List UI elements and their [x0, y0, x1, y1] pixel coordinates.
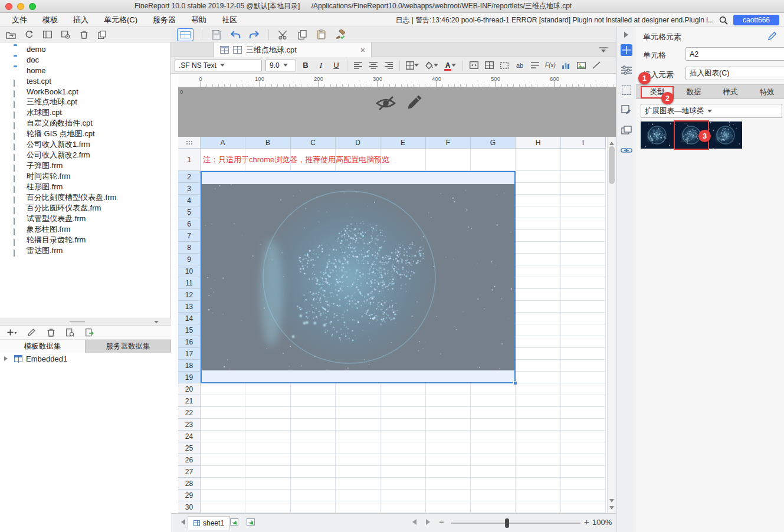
zoom-window-button[interactable]: [29, 3, 36, 10]
font-color-icon[interactable]: A: [442, 60, 458, 71]
row-header-1[interactable]: 1: [178, 149, 201, 171]
bold-button[interactable]: B: [300, 60, 311, 71]
delete-icon[interactable]: [78, 29, 90, 41]
row-header-2[interactable]: 2: [178, 171, 201, 183]
row-header-10[interactable]: 10: [178, 265, 201, 277]
menu-item[interactable]: 模板: [42, 15, 58, 25]
cell-attribute-icon[interactable]: [620, 64, 633, 77]
note-cell-text[interactable]: 注：只适用于chrome浏览器，推荐使用高配置电脑预览: [203, 149, 389, 171]
transfer-dataset-icon[interactable]: [84, 327, 96, 339]
globe-chart-image[interactable]: [202, 184, 514, 370]
paste-icon[interactable]: [315, 29, 327, 41]
panel-tab-4[interactable]: 特效: [750, 86, 783, 98]
column-header-H[interactable]: H: [516, 137, 561, 149]
row-header-12[interactable]: 12: [178, 289, 201, 301]
undo-icon[interactable]: [229, 29, 241, 41]
expand-arrow-icon[interactable]: [4, 356, 10, 361]
search-icon[interactable]: [719, 16, 728, 25]
insert-text-icon[interactable]: ab: [514, 60, 526, 71]
row-header-11[interactable]: 11: [178, 277, 201, 289]
redo-icon[interactable]: [248, 29, 260, 41]
close-window-button[interactable]: [5, 3, 12, 10]
file-tree-item[interactable]: 轮播目录齿轮.frm: [0, 235, 171, 245]
document-tab[interactable]: 三维点地球.cpt ×: [214, 42, 372, 57]
column-header-E[interactable]: E: [380, 137, 426, 149]
edit-pencil-icon[interactable]: [406, 93, 424, 111]
column-header-A[interactable]: A: [201, 137, 245, 149]
dataset-item-row[interactable]: Embedded1: [0, 353, 171, 364]
file-tree-item[interactable]: 时间齿轮.frm: [0, 171, 171, 182]
panel-edit-icon[interactable]: [768, 31, 777, 40]
column-header-D[interactable]: D: [336, 137, 380, 149]
row-header-23[interactable]: 23: [178, 419, 201, 431]
insert-formula-icon[interactable]: F(x): [544, 60, 556, 71]
selection-resize-handle[interactable]: [513, 381, 517, 385]
fill-color-icon[interactable]: [424, 60, 439, 71]
cut-icon[interactable]: [277, 29, 289, 41]
sheet-tab[interactable]: sheet1: [188, 516, 230, 530]
condition-attributes-icon[interactable]: [620, 124, 633, 137]
log-status-text[interactable]: 日志 | 警告:13:46:20 pool-6-thread-1 ERROR […: [396, 15, 714, 25]
chart-thumbnail-3[interactable]: [709, 121, 742, 149]
switch-directory-icon[interactable]: [5, 29, 17, 41]
float-element-icon[interactable]: [620, 84, 633, 97]
menu-item[interactable]: 社区: [222, 15, 237, 25]
row-header-25[interactable]: 25: [178, 442, 201, 454]
row-header-29[interactable]: 29: [178, 490, 201, 501]
underline-button[interactable]: U: [330, 60, 342, 71]
panel-tab-3[interactable]: 样式: [714, 86, 747, 98]
zoom-in-button[interactable]: +: [584, 517, 589, 527]
chart-thumbnail-1[interactable]: [641, 121, 674, 149]
align-right-icon[interactable]: [383, 60, 395, 71]
copy-template-icon[interactable]: [96, 29, 108, 41]
file-tree-item[interactable]: 柱形图.frm: [0, 182, 171, 192]
row-header-30[interactable]: 30: [178, 501, 201, 513]
align-left-icon[interactable]: [352, 60, 364, 71]
settings-box-icon[interactable]: [60, 29, 71, 41]
column-header-F[interactable]: F: [426, 137, 471, 149]
slope-line-icon[interactable]: [591, 60, 602, 71]
file-tree-item[interactable]: 轮播 GIS 点地图.cpt: [0, 129, 171, 139]
format-painter-icon[interactable]: [334, 29, 346, 41]
view-panel-icon[interactable]: [41, 29, 53, 41]
insert-element-select[interactable]: 插入图表(C): [685, 67, 784, 80]
row-header-18[interactable]: 18: [178, 360, 201, 372]
select-all-corner[interactable]: [178, 137, 201, 149]
column-header-I[interactable]: I: [561, 137, 606, 149]
insert-grid-sheet-icon[interactable]: [230, 518, 238, 526]
insert-chart-sheet-icon[interactable]: [247, 518, 255, 526]
row-header-17[interactable]: 17: [178, 348, 201, 360]
zoom-out-button[interactable]: −: [439, 517, 444, 527]
file-tree-item[interactable]: 百分比刻度槽型仪表盘.frm: [0, 192, 171, 203]
save-icon[interactable]: [211, 29, 222, 41]
sidebar-splitter[interactable]: [0, 318, 171, 326]
row-header-7[interactable]: 7: [178, 230, 201, 242]
row-header-8[interactable]: 8: [178, 242, 201, 254]
borders-icon[interactable]: [405, 60, 420, 71]
column-header-C[interactable]: C: [291, 137, 336, 149]
refresh-icon[interactable]: [23, 29, 35, 41]
zoom-slider-track[interactable]: [451, 523, 580, 524]
scroll-down-icon[interactable]: [609, 499, 614, 505]
previous-page-icon[interactable]: [409, 519, 416, 525]
row-header-26[interactable]: 26: [178, 454, 201, 466]
scrollbar-thumb[interactable]: [609, 146, 615, 184]
widget-settings-icon[interactable]: [620, 104, 633, 117]
row-header-24[interactable]: 24: [178, 431, 201, 442]
preview-dataset-icon[interactable]: [64, 327, 76, 339]
next-page-icon[interactable]: [426, 519, 433, 525]
menu-item[interactable]: 帮助: [191, 15, 206, 25]
chart-category-select[interactable]: 扩展图表—地球类: [641, 104, 782, 118]
file-tree-item[interactable]: 子弹图.frm: [0, 160, 171, 171]
file-tree-item[interactable]: test.cpt: [0, 75, 171, 86]
align-center-icon[interactable]: [368, 60, 379, 71]
row-header-20[interactable]: 20: [178, 383, 201, 395]
font-size-select[interactable]: 9.0: [265, 60, 296, 71]
file-tree-item[interactable]: 公司收入新改1.frm: [0, 139, 171, 150]
file-tree-item[interactable]: doc: [0, 54, 171, 65]
float-element-icon[interactable]: [498, 60, 510, 71]
file-tree-item[interactable]: 雷达图.frm: [0, 245, 171, 256]
row-header-6[interactable]: 6: [178, 218, 201, 230]
eye-off-icon[interactable]: [375, 94, 397, 112]
row-header-22[interactable]: 22: [178, 407, 201, 419]
